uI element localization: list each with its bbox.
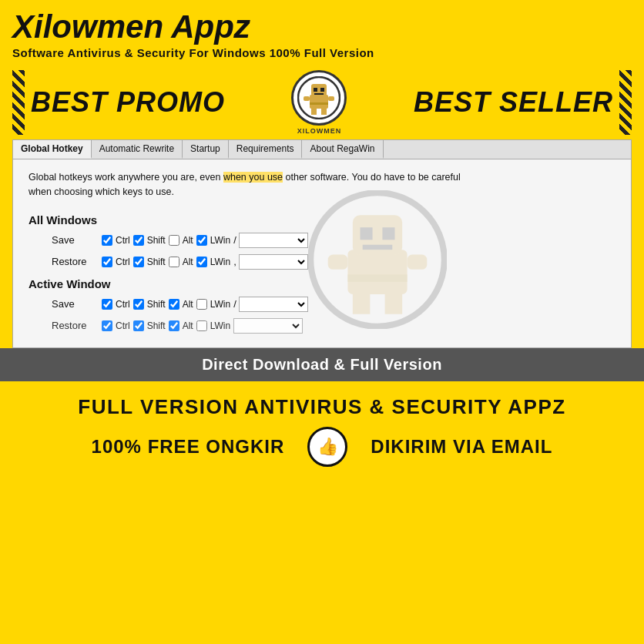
- svg-rect-6: [328, 96, 334, 101]
- ctrl-label-3: Ctrl: [116, 299, 130, 310]
- ctrl-checkbox-4[interactable]: [102, 320, 112, 331]
- all-windows-restore-row: Restore Ctrl Shift Alt LWin ,: [29, 254, 615, 270]
- ctrl-checkbox-3[interactable]: [102, 299, 112, 310]
- lwin-group-2: LWin: [196, 257, 230, 267]
- bottom-bar-text: Direct Download & Full Version: [0, 356, 644, 374]
- key-char-1: /: [233, 234, 236, 246]
- ctrl-checkbox-1[interactable]: [102, 235, 112, 246]
- ctrl-group-1: Ctrl: [102, 235, 130, 246]
- description-text: Global hotkeys work anywhere you are, ev…: [29, 170, 475, 200]
- shift-group-3: Shift: [133, 299, 166, 310]
- lwin-checkbox-4[interactable]: [196, 320, 207, 331]
- svg-rect-7: [311, 109, 317, 115]
- alt-group-4: Alt: [169, 320, 193, 331]
- lwin-label-4: LWin: [210, 320, 230, 331]
- key-dropdown-1[interactable]: [239, 233, 308, 248]
- lwin-checkbox-1[interactable]: [196, 235, 207, 246]
- active-window-restore-row: Restore Ctrl Shift Alt LWin: [29, 318, 615, 334]
- save-label: Save: [52, 234, 102, 246]
- shift-group-4: Shift: [133, 320, 166, 331]
- key-char-2: ,: [233, 256, 236, 267]
- ctrl-checkbox-2[interactable]: [102, 257, 112, 267]
- svg-rect-5: [304, 96, 310, 101]
- key-select-3[interactable]: [239, 297, 308, 312]
- logo-label: XILOWMEN: [297, 127, 342, 135]
- footer-left-text: 100% FREE ONGKIR: [92, 436, 285, 458]
- alt-checkbox-3[interactable]: [169, 299, 179, 310]
- shift-checkbox-3[interactable]: [133, 299, 144, 310]
- lwin-label-3: LWin: [210, 299, 230, 310]
- lwin-label-2: LWin: [210, 257, 230, 267]
- app-title: Xilowmen Appz: [12, 9, 632, 45]
- key-select-1[interactable]: [239, 233, 308, 248]
- shift-label-3: Shift: [147, 299, 166, 310]
- shift-checkbox-1[interactable]: [133, 235, 144, 246]
- thumb-icon: 👍: [307, 427, 347, 467]
- key-dropdown-3[interactable]: [239, 297, 308, 312]
- alt-checkbox-2[interactable]: [169, 257, 179, 267]
- promo-bar: BEST PROMO: [0, 65, 644, 139]
- key-char-3: /: [233, 298, 236, 310]
- shift-label-2: Shift: [147, 257, 166, 267]
- svg-rect-8: [321, 109, 327, 115]
- lwin-group-1: LWin: [196, 235, 230, 246]
- alt-group-2: Alt: [169, 257, 193, 267]
- ctrl-label-1: Ctrl: [116, 235, 130, 246]
- lwin-checkbox-2[interactable]: [196, 257, 207, 267]
- ctrl-group-4: Ctrl: [102, 320, 130, 331]
- tab-requirements[interactable]: Requirements: [229, 140, 303, 159]
- ctrl-label-4: Ctrl: [116, 320, 130, 331]
- lwin-checkbox-3[interactable]: [196, 299, 207, 310]
- tab-startup[interactable]: Startup: [183, 140, 229, 159]
- ctrl-group-2: Ctrl: [102, 257, 130, 267]
- alt-group-3: Alt: [169, 299, 193, 310]
- bottom-bar: Direct Download & Full Version: [0, 348, 644, 381]
- key-select-2[interactable]: [239, 254, 308, 270]
- active-window-save-row: Save Ctrl Shift Alt LWin /: [29, 297, 615, 312]
- ctrl-group-3: Ctrl: [102, 299, 130, 310]
- ctrl-label-2: Ctrl: [116, 257, 130, 267]
- shift-label-4: Shift: [147, 320, 166, 331]
- key-select-4[interactable]: [233, 318, 303, 334]
- footer-right-text: DIKIRIM VIA EMAIL: [371, 436, 552, 458]
- alt-label-3: Alt: [183, 299, 193, 310]
- restore-label-1: Restore: [52, 256, 102, 267]
- tab-about-regawin[interactable]: About RegaWin: [302, 140, 383, 159]
- tabs-bar: Global Hotkey Automatic Rewrite Startup …: [13, 140, 631, 159]
- header: Xilowmen Appz Software Antivirus & Secur…: [0, 0, 644, 65]
- shift-checkbox-2[interactable]: [133, 257, 144, 267]
- svg-rect-2: [314, 88, 317, 92]
- logo-container: XILOWMEN: [291, 70, 347, 135]
- alt-label-4: Alt: [183, 320, 193, 331]
- key-dropdown-4[interactable]: [233, 318, 303, 334]
- logo-icon: [297, 76, 340, 119]
- key-dropdown-2[interactable]: [239, 254, 308, 270]
- alt-group-1: Alt: [169, 235, 193, 246]
- svg-rect-4: [314, 93, 324, 95]
- promo-right-text: BEST SELLER: [414, 86, 613, 119]
- alt-label-1: Alt: [183, 235, 193, 246]
- app-content: Global hotkeys work anywhere you are, ev…: [13, 159, 631, 347]
- logo-circle: [291, 70, 347, 126]
- all-windows-save-row: Save Ctrl Shift Alt LWin /: [29, 233, 615, 248]
- tab-global-hotkey[interactable]: Global Hotkey: [13, 140, 92, 159]
- shift-checkbox-4[interactable]: [133, 320, 144, 331]
- section-all-windows: All Windows: [29, 213, 615, 226]
- svg-rect-0: [310, 95, 328, 109]
- shift-label-1: Shift: [147, 235, 166, 246]
- alt-checkbox-1[interactable]: [169, 235, 179, 246]
- section-active-window: Active Window: [29, 277, 615, 290]
- footer: FULL VERSION ANTIVIRUS & SECURITY APPZ 1…: [0, 381, 644, 478]
- app-window: Global Hotkey Automatic Rewrite Startup …: [12, 139, 632, 348]
- lwin-label-1: LWin: [210, 235, 230, 246]
- svg-rect-9: [310, 102, 328, 105]
- promo-left-text: BEST PROMO: [31, 86, 225, 119]
- footer-row: 100% FREE ONGKIR 👍 DIKIRIM VIA EMAIL: [12, 427, 632, 467]
- alt-checkbox-4[interactable]: [169, 320, 179, 331]
- lwin-group-3: LWin: [196, 299, 230, 310]
- alt-label-2: Alt: [183, 257, 193, 267]
- shift-group-2: Shift: [133, 257, 166, 267]
- svg-rect-3: [320, 88, 324, 92]
- lwin-group-4: LWin: [196, 320, 230, 331]
- tab-automatic-rewrite[interactable]: Automatic Rewrite: [92, 140, 183, 159]
